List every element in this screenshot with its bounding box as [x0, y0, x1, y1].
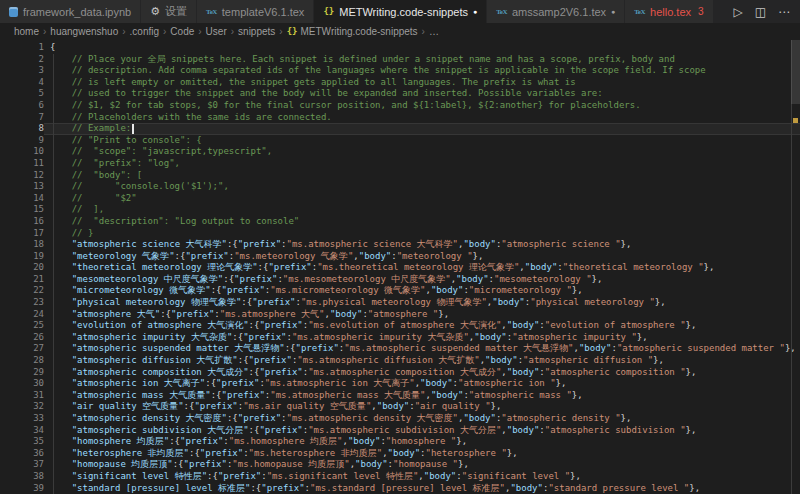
line-content: // $1, $2 for tab stops, $0 for the fina… — [44, 100, 800, 112]
code-line[interactable]: 22 "micrometeorology 微气象学":{"prefix":"ms… — [0, 285, 800, 297]
split-editor-button[interactable]: ◫ — [755, 6, 766, 18]
tab-framework_data.ipynb[interactable]: framework_data.ipynb — [0, 0, 141, 23]
tab-设置[interactable]: ⚙设置 — [141, 0, 197, 23]
code-line[interactable]: 4 // is left empty or omitted, the snipp… — [0, 77, 800, 89]
breadcrumb-item[interactable]: home — [14, 26, 39, 37]
code-line[interactable]: 2 // Place your 全局 snippets here. Each s… — [0, 54, 800, 66]
line-content: // "description": "Log output to console… — [44, 216, 800, 228]
line-content: "standard [pressure] level 标准层":{"prefix… — [44, 483, 800, 494]
tab-label: 设置 — [165, 4, 187, 19]
breadcrumb-item[interactable]: User — [206, 26, 227, 37]
line-content: "heterosphere 非均质层":{"prefix":"ms.hetero… — [44, 448, 800, 460]
line-content: "atmospheric mass 大气质量":{"prefix":"ms.at… — [44, 390, 800, 402]
line-content: // description. Add comma separated ids … — [44, 65, 800, 77]
code-line[interactable]: 1{ — [0, 42, 800, 54]
breadcrumb-item[interactable]: snippets — [238, 26, 275, 37]
code-line[interactable]: 33 "atmospheric density 大气密度":{"prefix":… — [0, 413, 800, 425]
gear-icon: ⚙ — [150, 6, 160, 17]
code-line[interactable]: 11 // "prefix": "log", — [0, 158, 800, 170]
more-actions-button[interactable]: ⋯ — [778, 6, 790, 18]
json-icon: {} — [287, 27, 298, 36]
code-line[interactable]: 10 // "scope": "javascript,typescript", — [0, 146, 800, 158]
line-number: 24 — [0, 309, 44, 321]
code-line[interactable]: 39 "standard [pressure] level 标准层":{"pre… — [0, 483, 800, 494]
code-line[interactable]: 9 // "Print to console": { — [0, 135, 800, 147]
code-line[interactable]: 24 "atmosphere 大气":{"prefix":"ms.atmosph… — [0, 309, 800, 321]
code-line[interactable]: 18 "atmospheric science 大气科学":{"prefix":… — [0, 239, 800, 251]
editor-actions: ▷◫⋯ — [723, 0, 800, 23]
code-line[interactable]: 8 // Example: — [0, 123, 800, 135]
code-line[interactable]: 26 "atmospheric impurity 大气杂质":{"prefix"… — [0, 332, 800, 344]
code-line[interactable]: 31 "atmospheric mass 大气质量":{"prefix":"ms… — [0, 390, 800, 402]
code-line[interactable]: 30 "atmospheric ion 大气离子":{"prefix":"ms.… — [0, 378, 800, 390]
code-line[interactable]: 35 "homosphere 均质层":{"prefix":"ms.homosp… — [0, 436, 800, 448]
code-line[interactable]: 6 // $1, $2 for tab stops, $0 for the fi… — [0, 100, 800, 112]
line-content: "homopause 均质层顶":{"prefix":"ms.homopause… — [44, 459, 800, 471]
line-content: "atmospheric ion 大气离子":{"prefix":"ms.atm… — [44, 378, 800, 390]
line-content: "theoretical meteorology 理论气象学":{"prefix… — [44, 262, 800, 274]
code-line[interactable]: 20 "theoretical meteorology 理论气象学":{"pre… — [0, 262, 800, 274]
breadcrumb-separator: › — [422, 26, 425, 37]
tab-templateV6.1.tex[interactable]: TeXtemplateV6.1.tex — [197, 0, 314, 23]
line-content: "atmospheric composition 大气成分":{"prefix"… — [44, 367, 800, 379]
code-line[interactable]: 27 "atmospheric suspended matter 大气悬浮物":… — [0, 343, 800, 355]
overview-ruler — [791, 40, 800, 494]
tab-hello.tex[interactable]: TeXhello.tex3 — [625, 0, 713, 23]
breadcrumb-item[interactable]: huangwenshuo — [50, 26, 118, 37]
code-line[interactable]: 37 "homopause 均质层顶":{"prefix":"ms.homopa… — [0, 459, 800, 471]
line-content: "atmosphere 大气":{"prefix":"ms.atmosphere… — [44, 309, 800, 321]
tab-METWriting.code-snippets[interactable]: {}METWriting.code-snippets● — [314, 0, 487, 23]
code-line[interactable]: 7 // Placeholders with the same ids are … — [0, 112, 800, 124]
code-line[interactable]: 25 "evolution of atmosphere 大气演化":{"pref… — [0, 320, 800, 332]
code-line[interactable]: 19 "meteorology 气象学":{"prefix":"ms.meteo… — [0, 251, 800, 263]
tab-list: framework_data.ipynb⚙设置TeXtemplateV6.1.t… — [0, 0, 714, 23]
line-number: 25 — [0, 320, 44, 332]
breadcrumb-separator: › — [43, 26, 46, 37]
breadcrumb-separator: › — [122, 26, 125, 37]
line-number: 1 — [0, 42, 44, 54]
dirty-indicator-icon[interactable]: ● — [473, 8, 477, 15]
tex-icon: TeX — [496, 8, 507, 16]
breadcrumb-symbol-picker[interactable]: … — [429, 26, 439, 37]
code-line[interactable]: 38 "significant level 特性层":{"prefix":"ms… — [0, 471, 800, 483]
run-button[interactable]: ▷ — [733, 6, 742, 18]
code-line[interactable]: 3 // description. Add comma separated id… — [0, 65, 800, 77]
code-line[interactable]: 36 "heterosphere 非均质层":{"prefix":"ms.het… — [0, 448, 800, 460]
code-line[interactable]: 15 // ], — [0, 204, 800, 216]
breadcrumb-separator: › — [231, 26, 234, 37]
code-line[interactable]: 16 // "description": "Log output to cons… — [0, 216, 800, 228]
code-line[interactable]: 17 // } — [0, 228, 800, 240]
line-number: 32 — [0, 401, 44, 413]
line-content: "meteorology 气象学":{"prefix":"ms.meteorol… — [44, 251, 800, 263]
line-content: "atmospheric suspended matter 大气悬浮物":{"p… — [44, 343, 800, 355]
code-line[interactable]: 28 "atmospheric diffusion 大气扩散":{"prefix… — [0, 355, 800, 367]
line-number: 8 — [0, 123, 44, 135]
line-number: 4 — [0, 77, 44, 89]
code-line[interactable]: 34 "atmospheric subdivision 大气分层":{"pref… — [0, 425, 800, 437]
line-number: 12 — [0, 170, 44, 182]
tab-label: framework_data.ipynb — [23, 6, 131, 18]
code-line[interactable]: 14 // "$2" — [0, 193, 800, 205]
line-number: 21 — [0, 274, 44, 286]
tab-error-count: 3 — [698, 6, 704, 17]
code-editor[interactable]: 1{2 // Place your 全局 snippets here. Each… — [0, 40, 800, 494]
line-number: 18 — [0, 239, 44, 251]
breadcrumb-item[interactable]: .config — [130, 26, 159, 37]
code-line[interactable]: 5 // used to trigger the snippet and the… — [0, 88, 800, 100]
line-number: 11 — [0, 158, 44, 170]
code-line[interactable]: 23 "physical meteorology 物理气象学":{"prefix… — [0, 297, 800, 309]
tab-amssamp2V6.1.tex[interactable]: TeXamssamp2V6.1.tex● — [487, 0, 625, 23]
breadcrumb-file[interactable]: {}METWriting.code-snippets — [287, 26, 418, 37]
scrollbar-thumb[interactable] — [791, 40, 800, 104]
code-line[interactable]: 21 "mesometeorology 中尺度气象学":{"prefix":"m… — [0, 274, 800, 286]
line-number: 14 — [0, 193, 44, 205]
code-line[interactable]: 13 // "console.log('$1');", — [0, 181, 800, 193]
breadcrumb-item[interactable]: Code — [170, 26, 194, 37]
code-line[interactable]: 32 "air quality 空气质量":{"prefix":"ms.air … — [0, 401, 800, 413]
code-line[interactable]: 12 // "body": [ — [0, 170, 800, 182]
overview-ruler-cursor-mark — [793, 118, 798, 123]
code-line[interactable]: 29 "atmospheric composition 大气成分":{"pref… — [0, 367, 800, 379]
dirty-indicator-icon[interactable]: ● — [611, 8, 615, 15]
line-content: // Example: — [44, 123, 800, 135]
line-content: "atmospheric science 大气科学":{"prefix":"ms… — [44, 239, 800, 251]
